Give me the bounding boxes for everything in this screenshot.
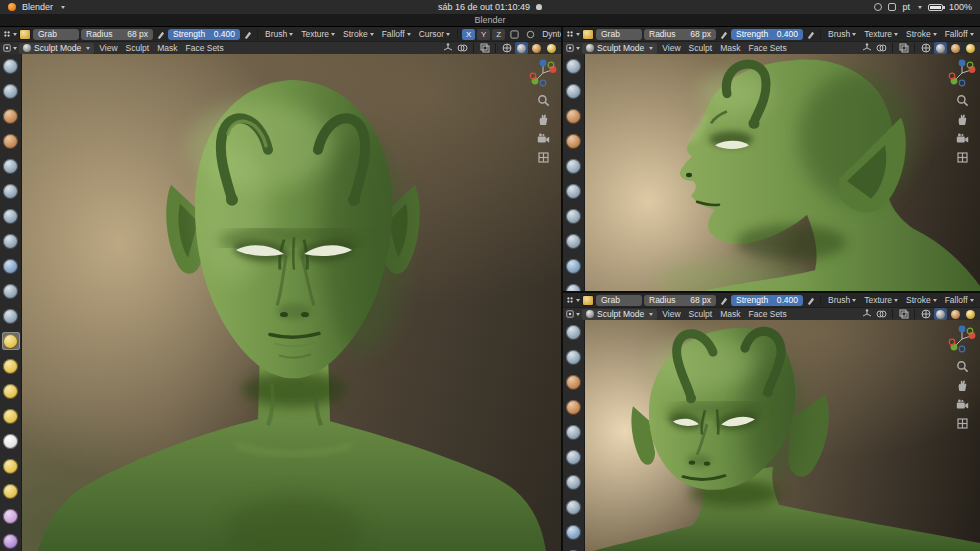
cursor-menu[interactable]: Cursor [416, 29, 454, 39]
brush-name-field[interactable]: Grab [33, 29, 79, 40]
active-tool-dropdown[interactable] [566, 294, 580, 306]
show-overlays-icon[interactable] [875, 308, 888, 320]
tool-settings-icon-b[interactable] [523, 28, 537, 40]
dyntopo-menu[interactable]: Dyntopo [539, 29, 561, 39]
toggle-ortho-icon[interactable] [955, 416, 969, 430]
editor-type-button[interactable] [566, 42, 580, 54]
clay-strips-brush-button[interactable] [2, 132, 20, 150]
radius-slider[interactable]: Radius68 px [644, 295, 716, 306]
pose-brush-button[interactable] [2, 432, 20, 450]
strength-pressure-icon[interactable] [242, 29, 253, 40]
radius-slider[interactable]: Radius68 px [644, 29, 716, 40]
texture-menu[interactable]: Texture [861, 295, 901, 305]
symmetry-z-toggle[interactable]: Z [492, 29, 505, 40]
shading-material-icon[interactable] [530, 42, 543, 54]
clay-brush-button[interactable] [565, 373, 583, 391]
stroke-menu[interactable]: Stroke [903, 295, 940, 305]
shading-wireframe-icon[interactable] [500, 42, 513, 54]
slide-relax-brush-button[interactable] [2, 507, 20, 525]
stroke-menu[interactable]: Stroke [340, 29, 377, 39]
shading-solid-icon[interactable] [515, 42, 528, 54]
brush-preview-icon[interactable] [19, 29, 31, 40]
brush-menu[interactable]: Brush [825, 295, 859, 305]
editor-type-button[interactable] [566, 308, 580, 320]
radius-pressure-icon[interactable] [718, 295, 729, 306]
inflate-brush-button[interactable] [2, 182, 20, 200]
zoom-icon[interactable] [955, 359, 969, 373]
orientation-gizmo[interactable] [947, 324, 977, 354]
flatten-brush-button[interactable] [2, 282, 20, 300]
mask-menu[interactable]: Mask [717, 43, 743, 53]
view-menu[interactable]: View [659, 309, 683, 319]
clock-label[interactable]: sáb 16 de out 01:10:49 [438, 2, 530, 12]
sculpt-menu[interactable]: Sculpt [686, 309, 716, 319]
app-menu-button[interactable]: Blender [22, 2, 53, 12]
texture-menu[interactable]: Texture [298, 29, 338, 39]
falloff-menu[interactable]: Falloff [942, 29, 977, 39]
draw-sharp-brush-button[interactable] [565, 348, 583, 366]
smooth-brush-button[interactable] [565, 523, 583, 541]
window-titlebar[interactable]: Blender [0, 14, 980, 27]
camera-view-icon[interactable] [536, 131, 550, 145]
blob-brush-button[interactable] [2, 207, 20, 225]
strength-pressure-icon[interactable] [805, 295, 816, 306]
pan-hand-icon[interactable] [955, 112, 969, 126]
zoom-icon[interactable] [536, 93, 550, 107]
draw-brush-button[interactable] [565, 323, 583, 341]
shading-rendered-icon[interactable] [545, 42, 558, 54]
rotate-brush-button[interactable] [2, 482, 20, 500]
shading-rendered-icon[interactable] [964, 308, 977, 320]
flatten-brush-button[interactable] [565, 282, 583, 291]
tool-settings-icon-a[interactable] [507, 28, 521, 40]
strength-pressure-icon[interactable] [805, 29, 816, 40]
layer-brush-button[interactable] [565, 423, 583, 441]
strength-slider[interactable]: Strength0.400 [731, 29, 803, 40]
falloff-menu[interactable]: Falloff [379, 29, 414, 39]
face-sets-menu[interactable]: Face Sets [745, 309, 789, 319]
draw-sharp-brush-button[interactable] [565, 82, 583, 100]
show-gizmo-icon[interactable] [860, 42, 873, 54]
blob-brush-button[interactable] [565, 473, 583, 491]
crease-brush-button[interactable] [2, 232, 20, 250]
sculpt-menu[interactable]: Sculpt [123, 43, 153, 53]
editor-type-button[interactable] [3, 42, 17, 54]
show-overlays-icon[interactable] [875, 42, 888, 54]
mask-brush-button[interactable] [2, 532, 20, 550]
mask-menu[interactable]: Mask [154, 43, 180, 53]
status-icon-b[interactable] [888, 3, 896, 11]
layer-brush-button[interactable] [565, 157, 583, 175]
nudge-brush-button[interactable] [2, 457, 20, 475]
stroke-menu[interactable]: Stroke [903, 29, 940, 39]
draw-sharp-brush-button[interactable] [2, 82, 20, 100]
grab-brush-button[interactable] [2, 332, 20, 350]
brush-preview-icon[interactable] [582, 29, 594, 40]
clay-strips-brush-button[interactable] [565, 398, 583, 416]
clay-brush-button[interactable] [2, 107, 20, 125]
camera-view-icon[interactable] [955, 131, 969, 145]
thumb-brush-button[interactable] [2, 407, 20, 425]
crease-brush-button[interactable] [565, 232, 583, 250]
shading-solid-icon[interactable] [934, 42, 947, 54]
face-sets-menu[interactable]: Face Sets [745, 43, 789, 53]
status-icon-a[interactable] [874, 3, 882, 11]
camera-view-icon[interactable] [955, 397, 969, 411]
view-menu[interactable]: View [659, 43, 683, 53]
toggle-xray-icon[interactable] [897, 308, 910, 320]
radius-slider[interactable]: Radius68 px [81, 29, 153, 40]
pan-hand-icon[interactable] [955, 378, 969, 392]
toggle-ortho-icon[interactable] [536, 150, 550, 164]
viewport-3d-three-quarter[interactable] [585, 320, 980, 551]
brush-menu[interactable]: Brush [262, 29, 296, 39]
mode-dropdown[interactable]: Sculpt Mode [19, 43, 94, 54]
brush-name-field[interactable]: Grab [596, 295, 642, 306]
zoom-icon[interactable] [955, 93, 969, 107]
mode-dropdown[interactable]: Sculpt Mode [582, 43, 657, 54]
clay-strips-brush-button[interactable] [565, 132, 583, 150]
show-overlays-icon[interactable] [456, 42, 469, 54]
inflate-brush-button[interactable] [565, 182, 583, 200]
brush-menu[interactable]: Brush [825, 29, 859, 39]
viewport-3d-front[interactable] [22, 54, 561, 551]
smooth-brush-button[interactable] [565, 257, 583, 275]
sculpt-menu[interactable]: Sculpt [686, 43, 716, 53]
strength-slider[interactable]: Strength0.400 [731, 295, 803, 306]
